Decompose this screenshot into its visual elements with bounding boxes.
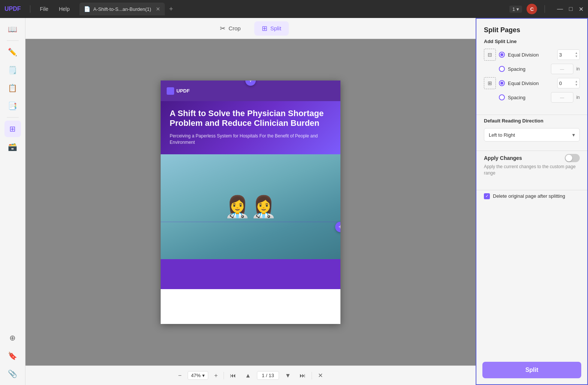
horizontal-eq-div-input[interactable]: 3 ▲ ▼ — [557, 49, 580, 60]
next-page-button[interactable]: ▼ — [282, 371, 294, 381]
delete-original-label: Delete original page after splitting — [493, 193, 565, 199]
page-indicator[interactable]: 1 ▾ — [509, 6, 522, 13]
page-controls: − 47% ▾ + ⏮ ▲ 1 / 13 ▼ ⏭ ✕ — [25, 366, 476, 385]
horizontal-spacing-row: Spacing — in — [499, 64, 580, 74]
page-number: 1 — [512, 6, 515, 12]
maximize-button[interactable]: □ — [569, 6, 573, 13]
delete-original-section: ✓ Delete original page after splitting — [476, 193, 587, 205]
sidebar-item-reader[interactable]: 📖 — [4, 21, 21, 37]
reading-direction-label: Default Reading Direction — [484, 118, 580, 124]
pdf-body-section: A Shift to Solve the Physician Shortage … — [161, 101, 340, 154]
sidebar-sep-2 — [7, 117, 19, 118]
split-action-button[interactable]: Split — [482, 362, 581, 378]
menu-file[interactable]: File — [36, 4, 52, 13]
apply-changes-toggle[interactable] — [565, 154, 580, 162]
horizontal-eq-div-up[interactable]: ▲ — [575, 52, 578, 55]
titlebar-sep-1 — [30, 5, 30, 13]
reading-direction-section: Default Reading Direction Left to Right … — [476, 118, 587, 148]
first-page-button[interactable]: ⏮ — [227, 371, 239, 381]
menu-help[interactable]: Help — [55, 4, 73, 13]
reading-direction-select[interactable]: Left to Right ▾ — [484, 128, 580, 142]
toolbar: ✂ Crop ⊞ Split — [25, 18, 476, 39]
horizontal-eq-div-radio[interactable] — [499, 52, 505, 58]
horizontal-eq-div-arrows[interactable]: ▲ ▼ — [575, 52, 578, 58]
vertical-eq-div-input[interactable]: 0 ▲ ▼ — [557, 78, 580, 88]
zoom-display[interactable]: 47% ▾ — [188, 371, 208, 380]
user-avatar[interactable]: C — [527, 4, 537, 14]
pdf-bottom — [161, 259, 340, 289]
pdf-header-logo: UPDF — [167, 87, 190, 95]
pdf-split-line-2 — [161, 222, 340, 222]
pdf-image-area: 👩‍⚕️👩‍⚕️ + — [161, 154, 340, 259]
crop-button[interactable]: ✂ Crop — [212, 21, 248, 36]
content-area: ✂ Crop ⊞ Split + UPDF — [25, 18, 476, 385]
sidebar-item-edit[interactable]: ✏️ — [4, 44, 21, 60]
tab-active[interactable]: 📄 A-Shift-to-S...an-Burden(1) ✕ — [79, 3, 165, 15]
split-label: Split — [270, 25, 281, 31]
pdf-doc-subtitle: Perceiving a Paperless System for Hospit… — [170, 133, 331, 146]
vertical-eq-div-value: 0 — [559, 81, 562, 86]
zoom-value: 47% — [191, 373, 201, 378]
zoom-in-button[interactable]: + — [211, 371, 221, 381]
sidebar-item-pages[interactable]: 📋 — [4, 80, 21, 96]
delete-original-checkbox[interactable]: ✓ — [484, 193, 490, 199]
vertical-spacing-label: Spacing — [508, 95, 548, 100]
vertical-spacing-unit: in — [576, 95, 580, 100]
horizontal-eq-div-value: 3 — [559, 52, 562, 58]
sidebar-item-organize[interactable]: 📑 — [4, 98, 21, 114]
toggle-thumb — [566, 155, 572, 161]
reading-direction-value: Left to Right — [489, 132, 515, 138]
titlebar: UPDF File Help 📄 A-Shift-to-S...an-Burde… — [0, 0, 588, 18]
vertical-spacing-radio[interactable] — [499, 94, 505, 100]
apply-changes-section: Apply Changes Apply the current changes … — [476, 154, 587, 187]
sidebar-item-bookmark[interactable]: 🔖 — [4, 348, 21, 364]
sidebar-item-comment[interactable]: 🗒️ — [4, 62, 21, 78]
horizontal-split-icon: ⊟ — [484, 49, 496, 61]
tab-doc-icon: 📄 — [84, 6, 90, 12]
delete-original-row: ✓ Delete original page after splitting — [484, 193, 580, 199]
apply-changes-row: Apply Changes — [484, 154, 580, 162]
right-panel: Split Pages Add Split Line ⊟ Equal Divis… — [476, 18, 588, 385]
titlebar-sep-2 — [545, 5, 545, 13]
vertical-spacing-row: Spacing — in — [499, 92, 580, 103]
reading-direction-arrow: ▾ — [572, 132, 575, 138]
close-view-button[interactable]: ✕ — [315, 370, 326, 381]
prev-page-button[interactable]: ▲ — [242, 371, 254, 381]
vertical-spacing-placeholder: — — [560, 95, 564, 100]
minimize-button[interactable]: — — [557, 6, 563, 13]
split-button[interactable]: ⊞ Split — [254, 21, 289, 36]
sidebar-item-stamp[interactable]: 🗃️ — [4, 139, 21, 155]
updf-logo-text: UPDF — [176, 88, 190, 94]
sidebar-bottom: ⊕ 🔖 📎 — [4, 330, 21, 382]
vertical-eq-div-up[interactable]: ▲ — [575, 80, 578, 83]
vertical-eq-div-arrows[interactable]: ▲ ▼ — [575, 80, 578, 87]
zoom-dropdown-icon[interactable]: ▾ — [202, 373, 205, 378]
tab-close-btn[interactable]: ✕ — [156, 6, 160, 12]
sidebar-item-attachment[interactable]: 📎 — [4, 366, 21, 382]
vertical-eq-div-radio[interactable] — [499, 80, 505, 86]
updf-logo-icon — [167, 87, 174, 95]
horizontal-spacing-radio[interactable] — [499, 66, 505, 72]
panel-title: Split Pages — [476, 19, 587, 39]
new-tab-button[interactable]: + — [169, 5, 173, 13]
horizontal-spacing-input[interactable]: — — [551, 64, 573, 74]
add-split-line-label: Add Split Line — [484, 39, 580, 44]
divider-2 — [476, 151, 587, 151]
add-split-line-section: Add Split Line ⊟ Equal Division 3 ▲ ▼ Sp… — [476, 39, 587, 112]
sidebar-item-split[interactable]: ⊞ — [4, 121, 21, 137]
sidebar-item-layers[interactable]: ⊕ — [4, 330, 21, 346]
crop-label: Crop — [228, 25, 241, 31]
horizontal-eq-div-down[interactable]: ▼ — [575, 55, 578, 58]
doctors-image: 👩‍⚕️👩‍⚕️ — [161, 154, 340, 259]
vertical-eq-div-down[interactable]: ▼ — [575, 84, 578, 87]
divider-1 — [476, 115, 587, 115]
horizontal-spacing-placeholder: — — [560, 67, 564, 71]
close-button[interactable]: ✕ — [579, 6, 584, 13]
zoom-out-button[interactable]: − — [175, 371, 185, 381]
window-controls: — □ ✕ — [557, 6, 584, 13]
checkbox-check-icon: ✓ — [485, 194, 489, 198]
last-page-button[interactable]: ⏭ — [297, 371, 309, 381]
ctrl-sep-1 — [224, 372, 224, 379]
page-dropdown-icon[interactable]: ▾ — [516, 6, 519, 12]
vertical-spacing-input[interactable]: — — [551, 92, 573, 103]
